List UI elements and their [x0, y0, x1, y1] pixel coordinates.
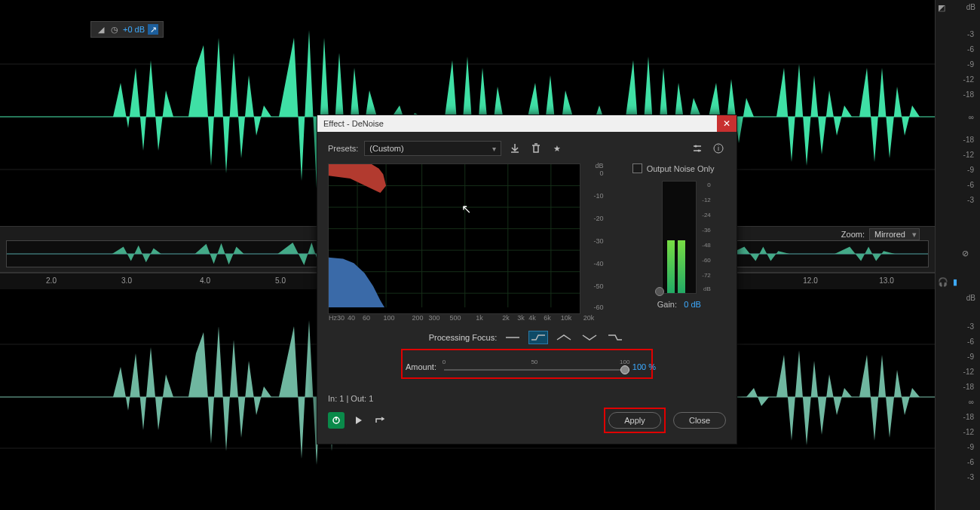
svg-text:i: i [718, 145, 719, 152]
time-tick: 12.0 [803, 276, 817, 285]
focus-full-icon[interactable] [503, 331, 522, 344]
svg-point-7 [698, 150, 700, 152]
settings-icon[interactable] [690, 141, 705, 156]
focus-highshelf-icon[interactable] [605, 331, 625, 344]
level-meter: 0 -12 -24 -36 -48 -60 -72 dB [662, 181, 697, 294]
time-tick: 2.0 [46, 276, 57, 285]
play-button[interactable] [351, 412, 367, 429]
dialog-title: Effect - DeNoise [323, 119, 717, 128]
graph-x-axis: Hz 30 40 60 100 200 300 500 1k 2k 3k 4k … [329, 314, 593, 325]
presets-label: Presets: [328, 144, 358, 153]
chevron-down-icon: ▾ [492, 145, 496, 153]
amount-value[interactable]: 100 % [632, 362, 656, 371]
info-icon[interactable]: i [711, 141, 726, 156]
fade-icon: ◢ [96, 24, 106, 35]
save-preset-icon[interactable] [507, 141, 522, 156]
amplitude-ruler-right: dB -3 -6 -9 -12 -18 ∞ -18 -12 -9 -6 -3 d… [935, 0, 980, 510]
processing-focus-label: Processing Focus: [429, 333, 497, 342]
focus-lowshelf-icon[interactable] [528, 331, 548, 344]
output-noise-only-checkbox[interactable]: Output Noise Only [632, 163, 726, 173]
ruler-toggle-icon[interactable]: ◩ [938, 3, 948, 14]
favorite-icon[interactable]: ★ [550, 141, 565, 156]
focus-peak-up-icon[interactable] [554, 331, 574, 344]
apply-highlight: Apply [604, 408, 666, 433]
dialog-titlebar[interactable]: Effect - DeNoise ✕ [317, 115, 737, 132]
marker-icon[interactable]: ▮ [953, 277, 963, 288]
clock-icon: ◷ [109, 24, 120, 35]
fx-icon[interactable]: ↗ [148, 24, 158, 35]
svg-point-6 [695, 145, 697, 148]
amount-slider-thumb[interactable] [620, 365, 629, 374]
db-header: dB [966, 3, 975, 11]
time-tick: 3.0 [121, 276, 132, 285]
gain-slider-thumb[interactable] [655, 287, 664, 296]
spectrum-graph[interactable]: Hz 30 40 60 100 200 300 500 1k 2k 3k 4k … [328, 163, 580, 314]
close-dialog-button[interactable]: Close [673, 412, 726, 429]
apply-button[interactable]: Apply [608, 412, 661, 429]
graph-y-axis: dB 0 -10 -20 -30 -40 -50 -60 [583, 163, 605, 314]
clip-gain-value[interactable]: +0 dB [123, 25, 145, 34]
zoom-label: Zoom: [841, 230, 865, 239]
clip-gain-hud[interactable]: ◢ ◷ +0 dB ↗ [90, 21, 164, 38]
time-tick: 5.0 [275, 276, 286, 285]
io-channels: In: 1 | Out: 1 [328, 394, 373, 403]
presets-select[interactable]: (Custom) ▾ [364, 141, 501, 156]
zoom-select[interactable]: Mirrored [869, 228, 920, 240]
close-button[interactable]: ✕ [717, 115, 737, 132]
effect-dialog: Effect - DeNoise ✕ Presets: (Custom) ▾ ★… [317, 115, 737, 444]
loop-button[interactable] [372, 412, 388, 429]
headphone-icon[interactable]: 🎧 [938, 277, 948, 288]
gain-label: Gain: [657, 300, 677, 309]
power-button[interactable] [328, 412, 345, 429]
focus-peak-down-icon[interactable] [580, 331, 599, 344]
time-tick: 13.0 [879, 276, 893, 285]
amount-label: Amount: [406, 362, 436, 371]
delete-preset-icon[interactable] [528, 141, 544, 156]
link-channels-icon[interactable]: ⊘ [962, 249, 972, 259]
amount-slider[interactable]: 0 50 100 [444, 359, 625, 375]
time-tick: 4.0 [200, 276, 210, 285]
gain-value[interactable]: 0 dB [684, 300, 701, 309]
checkbox-icon[interactable] [632, 163, 642, 173]
